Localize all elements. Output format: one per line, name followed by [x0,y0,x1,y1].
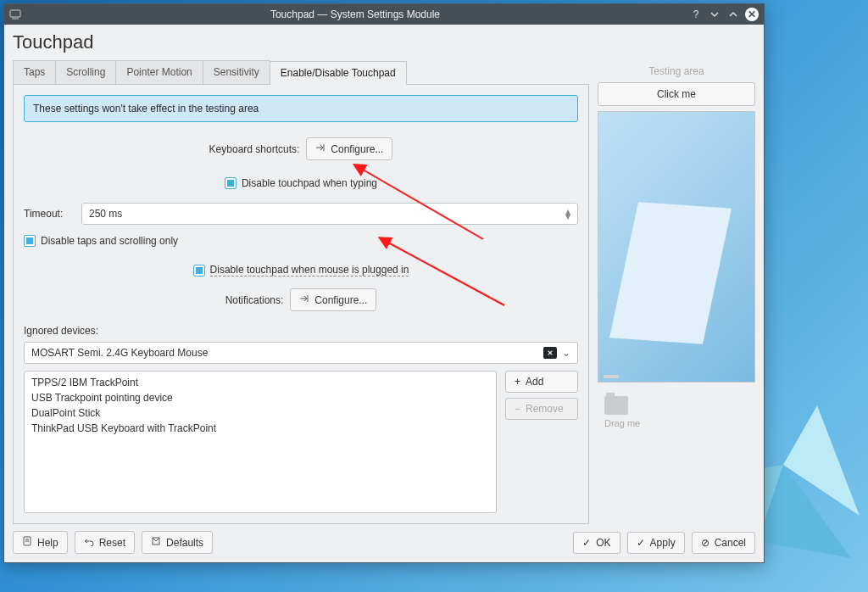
remove-label: Remove [526,403,564,415]
reset-label: Reset [99,537,125,549]
info-notice: These settings won't take effect in the … [24,95,578,122]
add-label: Add [526,376,543,388]
reset-button[interactable]: Reset [75,531,135,554]
add-device-button[interactable]: + Add [505,371,578,393]
defaults-button[interactable]: Defaults [142,531,213,554]
tab-scrolling[interactable]: Scrolling [55,60,116,84]
list-item[interactable]: TPPS/2 IBM TrackPoint [31,375,489,390]
notifications-label: Notifications: [225,294,284,306]
defaults-icon [151,536,161,549]
tab-taps[interactable]: Taps [13,60,56,84]
tab-pointer-motion[interactable]: Pointer Motion [115,60,203,84]
app-icon [9,8,21,20]
titlebar[interactable]: Touchpad — System Settings Module ? ✕ [4,4,764,25]
remove-device-button[interactable]: − Remove [505,398,578,420]
close-icon[interactable]: ✕ [745,8,759,21]
testing-area-header: Testing area [598,60,755,82]
tab-panel: These settings won't take effect in the … [13,85,589,524]
minimize-icon[interactable] [708,8,721,21]
list-item[interactable]: USB Trackpoint pointing device [31,390,489,405]
configure-notifications-label: Configure... [314,294,367,306]
configure-notifications-button[interactable]: Configure... [290,288,376,311]
settings-window: Touchpad — System Settings Module ? ✕ To… [3,3,765,563]
spin-arrows-icon[interactable]: ▴▾ [565,209,570,219]
timeout-value: 250 ms [89,208,565,220]
timeout-label: Timeout: [24,208,75,220]
click-me-button[interactable]: Click me [598,82,755,106]
tab-sensitivity[interactable]: Sensitivity [203,60,270,84]
svg-rect-5 [10,10,20,17]
configure-shortcuts-label: Configure... [331,143,383,155]
help-icon [22,536,32,549]
scroll-indicator [604,375,619,378]
list-item[interactable]: DualPoint Stick [31,405,489,421]
disable-typing-checkbox[interactable] [225,177,236,189]
testing-wallpaper-shape [609,202,732,344]
tab-enable-disable[interactable]: Enable/Disable Touchpad [270,61,407,85]
cancel-icon: ⊘ [701,537,709,549]
dialog-footer: Help Reset Defaults ✓ OK ✓ Apply ⊘ Cance… [13,524,755,554]
timeout-spinbox[interactable]: 250 ms ▴▾ [81,203,578,225]
page-title: Touchpad [13,31,755,53]
disable-mouse-label: Disable touchpad when mouse is plugged i… [210,264,409,276]
apply-button[interactable]: ✓ Apply [627,532,685,554]
ignored-devices-label: Ignored devices: [24,325,98,337]
help-button-icon[interactable]: ? [689,8,703,21]
help-label: Help [37,537,58,549]
device-list[interactable]: TPPS/2 IBM TrackPoint USB Trackpoint poi… [24,371,497,513]
ok-label: OK [596,537,610,549]
cancel-label: Cancel [715,537,746,549]
maximize-icon[interactable] [726,8,740,21]
apply-label: Apply [650,537,676,549]
defaults-label: Defaults [166,537,203,549]
testing-area[interactable] [598,111,755,383]
cancel-button[interactable]: ⊘ Cancel [692,532,755,554]
check-icon: ✓ [637,537,645,549]
check-icon: ✓ [582,537,591,549]
kb-shortcuts-label: Keyboard shortcuts: [209,143,300,155]
plus-icon: + [515,376,520,388]
ignored-devices-value: MOSART Semi. 2.4G Keyboard Mouse [31,347,543,359]
tab-bar: Taps Scrolling Pointer Motion Sensitivit… [13,60,589,85]
help-button[interactable]: Help [13,531,68,554]
minus-icon: − [515,403,520,415]
drag-area[interactable]: Drag me [598,389,755,435]
configure-shortcuts-button[interactable]: Configure... [306,137,392,160]
undo-icon [84,536,94,549]
folder-icon[interactable] [604,396,628,415]
disable-taps-label: Disable taps and scrolling only [41,235,178,247]
configure-icon [299,293,309,306]
drag-me-label: Drag me [604,418,748,428]
clear-text-icon[interactable] [543,347,557,359]
disable-mouse-checkbox[interactable] [193,265,205,276]
ignored-devices-combo[interactable]: MOSART Semi. 2.4G Keyboard Mouse ⌄ [24,342,578,364]
chevron-down-icon[interactable]: ⌄ [562,347,570,359]
ok-button[interactable]: ✓ OK [573,532,620,554]
disable-taps-checkbox[interactable] [24,235,36,247]
window-title: Touchpad — System Settings Module [26,8,684,20]
disable-typing-label: Disable touchpad when typing [242,177,377,189]
configure-icon [315,142,326,155]
list-item[interactable]: ThinkPad USB Keyboard with TrackPoint [31,421,489,436]
